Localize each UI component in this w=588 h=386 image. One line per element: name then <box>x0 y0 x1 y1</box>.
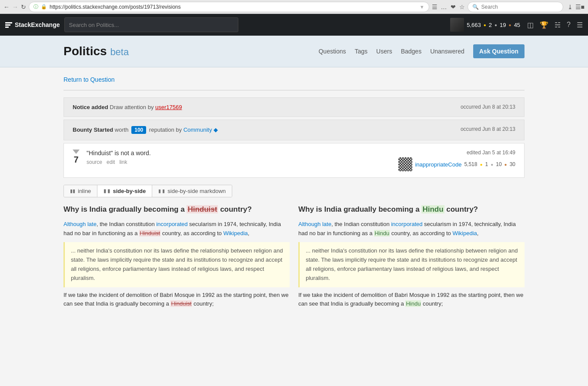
silver-badge-dot: ● <box>494 23 497 27</box>
right-wikipedia[interactable]: Wikipedia <box>452 230 477 236</box>
edit-link[interactable]: edit <box>107 159 115 165</box>
editor-silver: 10 <box>496 161 501 167</box>
library-icon[interactable]: ☰■ <box>575 3 585 10</box>
site-switcher-icon[interactable]: ☰ <box>577 21 583 29</box>
nav-badges[interactable]: Badges <box>401 48 421 55</box>
silver-dot: ● <box>491 162 493 167</box>
editor-gold: 1 <box>485 161 488 167</box>
left-title-word: Hinduist <box>187 205 218 213</box>
right-after3: , <box>477 230 479 236</box>
right-although-late[interactable]: Although late <box>298 221 331 227</box>
download-icon[interactable]: ⤓ <box>568 3 573 10</box>
silver-badge-count: 19 <box>500 22 506 28</box>
star-icon[interactable]: ☆ <box>459 3 465 10</box>
left-incorporated[interactable]: incorporated <box>156 221 187 227</box>
revision-bounty: Bounty Started worth 100 reputation by C… <box>63 120 525 140</box>
markdown-icon: ▮ ▮ <box>158 188 165 194</box>
right-intro-para: Although late, the Indian constitution i… <box>298 220 525 238</box>
side-by-side-icon: ▮ ▮ <box>104 188 110 194</box>
tab-side-by-side[interactable]: ▮ ▮ side-by-side <box>97 185 152 197</box>
bounty-user[interactable]: Community <box>184 126 212 133</box>
bounty-amount: 100 <box>131 126 146 134</box>
return-to-question-link[interactable]: Return to Question <box>63 76 115 83</box>
diff-container: Why is India gradually becoming a Hindui… <box>63 204 525 313</box>
left-inline-word: Hinduist <box>139 230 160 236</box>
nav-users[interactable]: Users <box>376 48 392 55</box>
diff-left-title: Why is India gradually becoming a Hindui… <box>63 204 290 215</box>
browser-actions: ☰ … ❤ ☆ <box>432 3 465 10</box>
permalink-link[interactable]: link <box>119 159 127 165</box>
notice-user[interactable]: user17569 <box>155 104 182 110</box>
inbox-icon[interactable]: ◫ <box>527 21 534 29</box>
right-para2-word: Hindu <box>405 300 421 307</box>
forward-icon[interactable]: → <box>12 3 18 10</box>
right-intro-mid: , the Indian constitution <box>331 221 391 227</box>
source-link[interactable]: source <box>87 159 102 165</box>
left-after2: country, as according to <box>160 230 223 236</box>
left-intro-mid: , the Indian constitution <box>97 221 156 227</box>
left-although-late[interactable]: Although late <box>63 221 97 227</box>
right-after2: country, as according to <box>390 230 452 236</box>
achievements-icon[interactable]: 🏆 <box>540 21 548 29</box>
reviews-icon[interactable]: ☵ <box>555 21 561 29</box>
url-bar[interactable]: ⓘ 🔒 https://politics.stackexchange.com/p… <box>29 2 429 12</box>
se-logo[interactable]: StackExchange <box>5 21 60 28</box>
vote-number: 7 <box>74 155 78 165</box>
info-icon: ⓘ <box>33 3 38 10</box>
right-para2-after: country; <box>421 300 443 307</box>
inline-icon: ▮▮ <box>70 188 75 194</box>
revision-body: "Hinduist" is not a word. source edit li… <box>87 150 151 165</box>
nav-questions[interactable]: Questions <box>318 48 346 55</box>
revision-detail: 7 "Hinduist" is not a word. source edit … <box>63 143 525 178</box>
nav-unanswered[interactable]: Unanswered <box>430 48 464 55</box>
ask-question-button[interactable]: Ask Question <box>473 44 525 58</box>
topbar-icons: ◫ 🏆 ☵ ? ☰ <box>527 21 583 29</box>
editor-name[interactable]: inappropriateCode <box>415 161 461 168</box>
right-inline-word: Hindu <box>374 230 390 236</box>
edited-text: edited Jan 5 at 16:49 <box>398 150 515 156</box>
vote-down-arrow[interactable] <box>73 150 80 154</box>
tab-side-by-side-markdown[interactable]: ▮ ▮ side-by-side markdown <box>152 185 232 197</box>
bronze-dot: ● <box>504 162 507 167</box>
browser-bar: ← → ↻ ⓘ 🔒 https://politics.stackexchange… <box>0 0 588 14</box>
left-para2-after: country; <box>192 300 214 307</box>
right-incorporated[interactable]: incorporated <box>391 221 422 227</box>
browser-search[interactable]: 🔍 <box>468 2 563 12</box>
left-title-after: country? <box>220 205 252 213</box>
left-wikipedia[interactable]: Wikipedia <box>223 230 247 236</box>
site-name: StackExchange <box>15 21 60 28</box>
diff-left-body: Although late, the Indian constitution i… <box>63 220 290 309</box>
tab-inline[interactable]: ▮▮ inline <box>64 185 97 197</box>
search-input[interactable] <box>481 4 551 10</box>
nav-tags[interactable]: Tags <box>355 48 368 55</box>
right-blockquote: ... neither India's constitution nor its… <box>298 242 525 287</box>
diff-left: Why is India gradually becoming a Hindui… <box>63 204 290 313</box>
bounty-worth: worth <box>115 126 130 133</box>
gold-badge-dot: ● <box>484 23 486 27</box>
se-search-input[interactable] <box>69 22 234 28</box>
chevron-down-icon[interactable]: ▼ <box>420 4 424 10</box>
bounty-label: Bounty Started <box>73 126 113 133</box>
tab-side-by-side-label: side-by-side <box>113 188 146 194</box>
bookmarks-icon[interactable]: ☰ <box>432 3 438 10</box>
bronze-badge-count: 45 <box>514 22 520 28</box>
more-icon[interactable]: … <box>441 3 447 10</box>
site-title-beta: beta <box>110 47 129 57</box>
bounty-diamond: ◆ <box>214 126 218 133</box>
diff-right-body: Although late, the Indian constitution i… <box>298 220 525 309</box>
revision-notice-content: Notice added Draw attention by user17569 <box>73 104 461 110</box>
pocket-icon[interactable]: ❤ <box>451 3 456 10</box>
back-icon[interactable]: ← <box>3 3 10 10</box>
editor-info: inappropriateCode 5,518 ● 1 ● 10 ● 30 <box>398 157 515 171</box>
revision-notice: Notice added Draw attention by user17569… <box>63 97 525 117</box>
avatar[interactable] <box>450 18 464 32</box>
bounty-time: occurred Jun 8 at 20:13 <box>461 126 515 132</box>
view-tabs: ▮▮ inline ▮ ▮ side-by-side ▮ ▮ side-by-s… <box>63 185 232 197</box>
main-content: Return to Question Notice added Draw att… <box>55 67 533 322</box>
notice-label: Notice added <box>73 104 108 110</box>
revision-actions: source edit link <box>87 159 151 165</box>
se-search-bar[interactable] <box>64 17 238 32</box>
reload-icon[interactable]: ↻ <box>21 3 26 10</box>
revision-meta: edited Jan 5 at 16:49 inappropriateCode … <box>398 150 515 171</box>
help-icon[interactable]: ? <box>567 21 571 29</box>
